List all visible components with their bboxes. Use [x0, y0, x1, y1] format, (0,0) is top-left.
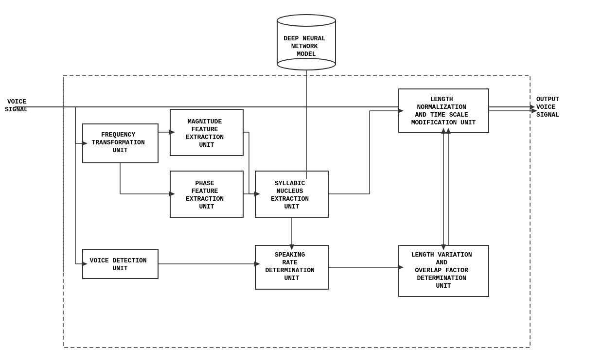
diagram-container: DEEP NEURAL NETWORK MODEL VOICE SIGNAL O… [0, 0, 603, 364]
svg-point-2 [277, 58, 336, 70]
main-line-arrow [530, 104, 535, 109]
dnn-model-node: DEEP NEURAL NETWORK MODEL [277, 15, 336, 70]
voice-signal-label: VOICE SIGNAL [5, 98, 30, 113]
svg-point-1 [277, 15, 336, 26]
output-voice-signal-label: OUTPUT VOICE SIGNAL [536, 96, 563, 119]
